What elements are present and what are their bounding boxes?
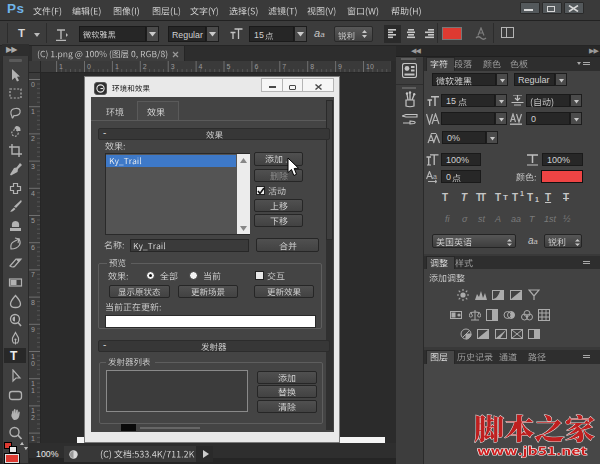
- svg-text:6: 6: [31, 244, 35, 251]
- svg-text:0: 0: [31, 360, 35, 367]
- svg-text:10: 10: [366, 63, 374, 70]
- svg-text:3: 3: [31, 163, 35, 170]
- svg-text:2: 2: [31, 414, 35, 421]
- svg-text:2: 2: [143, 63, 147, 70]
- svg-text:1: 1: [31, 435, 35, 442]
- svg-text:1: 1: [31, 108, 35, 115]
- svg-text:1: 1: [31, 353, 35, 360]
- svg-text:9: 9: [31, 326, 35, 333]
- svg-text:1: 1: [31, 407, 35, 414]
- svg-text:8: 8: [310, 63, 314, 70]
- svg-text:9: 9: [338, 63, 342, 70]
- svg-text:2: 2: [31, 135, 35, 142]
- svg-text:4: 4: [199, 63, 203, 70]
- svg-text:4: 4: [31, 190, 35, 197]
- svg-text:3: 3: [171, 63, 175, 70]
- svg-text:8: 8: [31, 299, 35, 306]
- svg-text:7: 7: [282, 63, 286, 70]
- svg-text:0: 0: [87, 63, 91, 70]
- svg-text:0: 0: [31, 81, 35, 88]
- svg-text:7: 7: [31, 271, 35, 278]
- svg-text:1: 1: [59, 63, 63, 70]
- svg-text:5: 5: [227, 63, 231, 70]
- svg-text:6: 6: [254, 63, 258, 70]
- svg-text:1: 1: [31, 380, 35, 387]
- svg-text:5: 5: [31, 217, 35, 224]
- svg-text:1: 1: [115, 63, 119, 70]
- svg-text:a: a: [433, 173, 437, 180]
- svg-text:1: 1: [31, 387, 35, 394]
